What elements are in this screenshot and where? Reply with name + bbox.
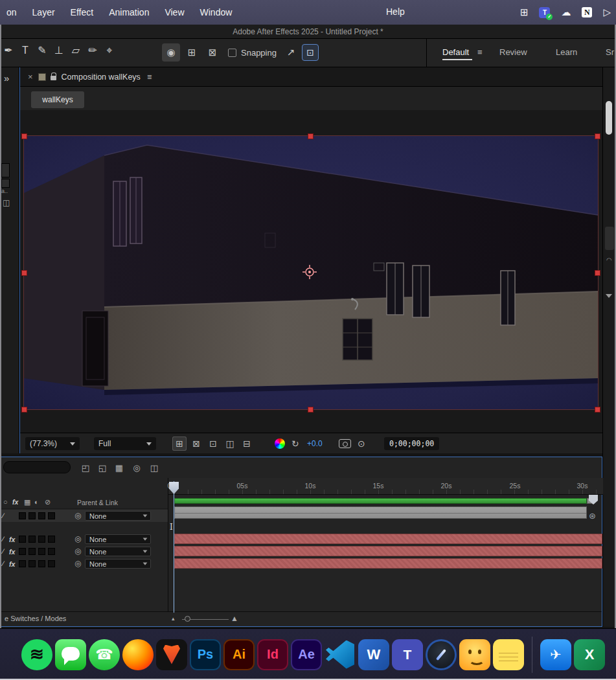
rail-tile[interactable] — [1, 163, 10, 177]
dock-compass-browser-icon[interactable] — [426, 639, 457, 670]
dock-photoshop-icon[interactable]: Ps — [190, 639, 221, 670]
dock-messages-icon[interactable] — [55, 639, 86, 670]
quality-switch-icon[interactable]: ∕ — [3, 560, 4, 567]
layer-switch[interactable] — [38, 512, 45, 519]
layer-row-2[interactable]: ∕ fx ◎ None — [1, 534, 168, 545]
work-area-bar[interactable] — [174, 498, 587, 504]
fx-badge[interactable]: fx — [9, 560, 15, 568]
zoom-in-mountain-icon[interactable]: ▲ — [231, 614, 238, 623]
lock-icon[interactable] — [51, 76, 56, 80]
dock-excel-icon[interactable]: X — [574, 639, 605, 670]
quality-switch-icon[interactable]: ∕ — [3, 535, 4, 543]
blend-column-icon[interactable]: ◐ — [34, 498, 39, 506]
layer-switch[interactable] — [48, 560, 55, 567]
channel-color-icon[interactable] — [275, 438, 285, 449]
motion-blur-icon[interactable]: ◎ — [130, 461, 144, 474]
comp-mini-flowchart-icon[interactable]: ◰ — [78, 461, 93, 474]
timecode-display[interactable]: 0;00;00;00 — [384, 437, 439, 450]
timeline-zoom-thumb[interactable] — [185, 616, 190, 622]
sliver-arc-icon[interactable]: ◠ — [606, 256, 612, 264]
parent-dropdown[interactable]: None — [85, 534, 151, 544]
resolution-dropdown[interactable]: Full — [94, 437, 156, 450]
layer-row-3[interactable]: ∕ fx ◎ None — [1, 546, 168, 557]
view-layout-icon[interactable]: ⊟ — [240, 436, 254, 451]
dock-word-icon[interactable]: W — [358, 639, 389, 670]
layer-bar-red-3[interactable] — [174, 558, 602, 569]
grid-status-icon[interactable]: ⊞ — [520, 6, 529, 18]
stamp-tool-icon[interactable]: ⊥ — [51, 44, 67, 56]
tab-close-icon[interactable]: × — [28, 72, 33, 82]
dock-firefox-icon[interactable] — [122, 639, 154, 670]
workspace-tab-review[interactable]: Review — [499, 47, 527, 57]
workspace-tab-default[interactable]: Default — [442, 47, 469, 57]
layer-switch[interactable] — [19, 512, 26, 519]
layer-switch[interactable] — [38, 560, 45, 567]
menu-item-animation[interactable]: Animation — [109, 7, 149, 17]
layer-switch[interactable] — [29, 548, 36, 555]
fx-badge[interactable]: fx — [9, 548, 15, 556]
mask-visibility-icon[interactable]: ⊡ — [206, 436, 220, 451]
dock-vscode-icon[interactable] — [325, 639, 356, 670]
dock-testflight-icon[interactable]: ✈ — [540, 639, 571, 670]
selection-handle-top-left[interactable] — [21, 133, 27, 139]
region-of-interest-icon[interactable]: ◫ — [223, 436, 237, 451]
selection-handle-mid-right[interactable] — [595, 270, 600, 276]
selection-handle-top-right[interactable] — [595, 133, 600, 139]
column-divider[interactable] — [168, 478, 168, 613]
chevron-down-icon[interactable] — [606, 294, 612, 298]
pen-tool-icon[interactable]: ✒ — [0, 44, 17, 56]
menu-item-view[interactable]: View — [165, 7, 184, 17]
puppet-tool-icon[interactable]: ⌖ — [101, 45, 118, 56]
creative-cloud-icon[interactable]: ☁ — [561, 6, 571, 18]
dock-notes-icon[interactable] — [493, 639, 524, 670]
dock-brave-icon[interactable] — [156, 639, 187, 670]
comp-navigator-pill[interactable]: wallKeys — [31, 91, 84, 108]
zoom-dropdown[interactable]: (77.3%) — [25, 437, 80, 450]
exposure-value[interactable]: +0.0 — [307, 439, 323, 448]
selection-handle-top-center[interactable] — [308, 133, 314, 139]
rail-panel-icon[interactable]: ◫ — [3, 198, 10, 207]
layer-switch[interactable] — [48, 548, 55, 555]
menu-item-layer[interactable]: Layer — [32, 7, 55, 17]
playhead-line[interactable] — [174, 481, 174, 613]
parent-dropdown[interactable]: None — [85, 511, 151, 521]
show-snapshot-eye-icon[interactable]: ⊙ — [358, 438, 365, 449]
workspace-tab-learn[interactable]: Learn — [556, 47, 577, 57]
layer-bar-gray[interactable] — [174, 506, 587, 519]
frame-blend-icon[interactable]: ◫ — [147, 461, 161, 474]
menu-item-window[interactable]: Window — [200, 7, 233, 17]
panel-expand-chevrons[interactable]: » — [4, 73, 9, 84]
brush-tool-icon[interactable]: ✎ — [34, 44, 51, 56]
teams-status-icon[interactable]: T✓ — [539, 7, 550, 18]
workspace-menu-icon[interactable]: ≡ — [477, 47, 483, 57]
eraser-tool-icon[interactable]: ▱ — [67, 44, 84, 56]
fx-column-icon[interactable]: fx — [12, 498, 18, 506]
fx-badge[interactable]: fx — [9, 536, 15, 543]
parent-link-column-label[interactable]: Parent & Link — [77, 499, 118, 506]
snap-box-icon[interactable]: ⊠ — [203, 43, 222, 62]
layer-switch[interactable] — [29, 512, 36, 519]
rail-tile[interactable] — [1, 179, 10, 188]
timeline-search-input[interactable] — [3, 461, 71, 473]
layer-switch[interactable] — [19, 560, 26, 567]
menu-item-composition-partial[interactable]: on — [6, 7, 17, 17]
selection-handle-bottom-left[interactable] — [21, 407, 27, 413]
selection-handle-bottom-center[interactable] — [308, 407, 314, 413]
layer-switch[interactable] — [48, 536, 55, 543]
scrollbar-thumb[interactable] — [606, 101, 612, 135]
shuttle-icon[interactable]: ⊛ — [589, 511, 596, 521]
parent-dropdown[interactable]: None — [85, 559, 151, 569]
snapping-checkbox[interactable] — [228, 49, 236, 57]
notion-icon[interactable]: N — [582, 7, 592, 17]
dock-smiley-app-icon[interactable] — [459, 639, 490, 670]
dock-after-effects-icon[interactable]: Ae — [291, 639, 322, 670]
layer-switch[interactable] — [19, 548, 26, 555]
dock-whatsapp-icon[interactable]: ☎ — [89, 639, 120, 670]
pickwhip-icon[interactable]: ◎ — [74, 559, 81, 568]
dock-indesign-icon[interactable]: Id — [257, 639, 288, 670]
layer-switch[interactable] — [38, 536, 45, 543]
type-tool-icon[interactable]: T — [17, 45, 34, 56]
quality-switch-icon[interactable]: ∕ — [3, 547, 4, 555]
zoom-out-mountain-icon[interactable]: ▴ — [172, 615, 175, 622]
panel-menu-icon[interactable]: ≡ — [147, 73, 152, 82]
